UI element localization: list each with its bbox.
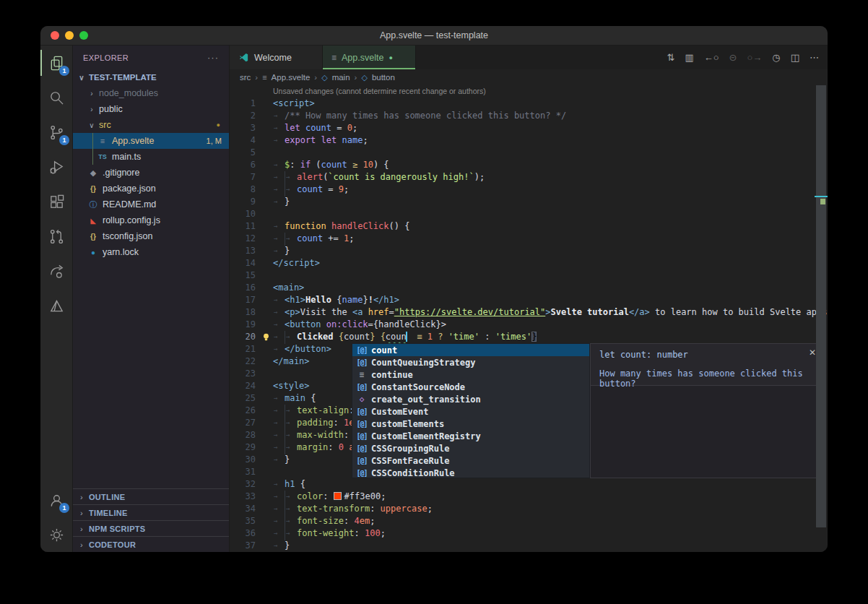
code-line-3[interactable]: 3let count = 0;: [230, 122, 828, 134]
tree-item-public[interactable]: ›public: [73, 101, 229, 117]
activity-extensions-button[interactable]: [40, 184, 72, 219]
line-content: text-transform: uppercase;: [273, 503, 433, 515]
suggestion-cssgroupingrule[interactable]: [@]CSSGroupingRule: [352, 442, 589, 454]
line-number: 2: [230, 110, 256, 122]
split-editor-icon[interactable]: ◫: [791, 52, 799, 63]
suggestion-customelements[interactable]: [@]customElements: [352, 418, 589, 430]
code-line-33[interactable]: 33color: #ff3e00;: [230, 491, 828, 503]
code-line-37[interactable]: 37}: [230, 540, 828, 552]
activity-explorer-button[interactable]: 1: [40, 46, 72, 80]
code-line-11[interactable]: 11function handleClick() {: [230, 220, 828, 233]
code-line-13[interactable]: 13}: [230, 245, 828, 257]
symbol-var-icon: [@]: [352, 469, 371, 477]
editor-scrollbar[interactable]: [815, 85, 828, 552]
section-codetour[interactable]: ›CODETOUR: [73, 536, 229, 552]
tree-item-node-modules[interactable]: ›node_modules: [73, 85, 229, 101]
tree-item-readme-md[interactable]: ⓘREADME.md: [73, 197, 229, 212]
code-line-18[interactable]: 18<p>Visit the <a href="https://svelte.d…: [230, 306, 828, 319]
suggestion-continue[interactable]: ≡continue: [352, 368, 589, 381]
activity-azure-button[interactable]: [40, 288, 72, 323]
code-editor[interactable]: Unsaved changes (cannot determine recent…: [230, 85, 828, 552]
more-actions-icon[interactable]: ⋯: [810, 52, 819, 63]
tree-item-yarn-lock[interactable]: ●yarn.lock: [73, 244, 229, 260]
compare-changes-icon[interactable]: ⇅: [667, 52, 675, 63]
open-preview-icon[interactable]: ▥: [685, 52, 693, 63]
suggestion-customevent[interactable]: [@]CustomEvent: [352, 405, 589, 418]
section-npm-scripts[interactable]: ›NPM SCRIPTS: [73, 520, 229, 536]
modified-dot-icon: ●: [217, 121, 220, 129]
code-line-6[interactable]: 6$: if (count ≥ 10) {: [230, 159, 828, 171]
scrollbar-slider[interactable]: [816, 85, 826, 527]
suggestion-constantsourcenode[interactable]: [@]ConstantSourceNode: [352, 381, 589, 393]
next-change-icon[interactable]: ○→: [747, 52, 763, 63]
line-number: 25: [230, 392, 256, 405]
tree-item-app-svelte[interactable]: ≡App.svelte1, M: [73, 133, 229, 149]
line-content: }: [273, 540, 290, 552]
sidebar-more-actions-button[interactable]: ···: [207, 52, 219, 63]
tree-item-main-ts[interactable]: TSmain.ts: [73, 149, 229, 165]
breadcrumb-app-svelte[interactable]: App.svelte: [272, 73, 311, 82]
suggestion-cssconditionrule[interactable]: [@]CSSConditionRule: [352, 467, 589, 479]
tab-app-svelte[interactable]: ≡ App.svelte ●: [323, 46, 416, 69]
tree-item--gitignore[interactable]: ◆.gitignore: [73, 165, 229, 181]
codelens-unsaved-changes[interactable]: Unsaved changes (cannot determine recent…: [230, 85, 828, 98]
code-line-2[interactable]: 2/** How many times has someone clicked …: [230, 110, 828, 122]
breadcrumb-button[interactable]: button: [372, 73, 395, 82]
color-swatch: [334, 492, 342, 500]
code-line-7[interactable]: 7alert(`count is dangerously high!`);: [230, 171, 828, 184]
lightbulb-icon[interactable]: [261, 332, 271, 342]
section-timeline[interactable]: ›TIMELINE: [73, 504, 229, 520]
file-label: src: [99, 120, 111, 130]
code-line-35[interactable]: 35font-size: 4em;: [230, 515, 828, 527]
activity-source-control-button[interactable]: 1: [40, 115, 72, 150]
code-line-10[interactable]: 10: [230, 208, 828, 220]
file-label: main.ts: [112, 152, 141, 162]
code-line-15[interactable]: 15: [230, 269, 828, 282]
code-line-1[interactable]: 1<script>: [230, 98, 828, 110]
code-line-19[interactable]: 19<button on:click={handleClick}>: [230, 319, 828, 331]
open-timeline-icon[interactable]: ◷: [772, 52, 780, 63]
accounts-badge: 1: [59, 503, 69, 513]
suggestion-count[interactable]: [@]count: [352, 344, 589, 356]
section-label: NPM SCRIPTS: [89, 525, 145, 533]
code-line-9[interactable]: 9}: [230, 196, 828, 208]
code-line-12[interactable]: 12count += 1;: [230, 233, 828, 245]
tree-item-rollup-config-js[interactable]: ◣rollup.config.js: [73, 212, 229, 228]
code-line-14[interactable]: 14</script>: [230, 257, 828, 269]
code-line-5[interactable]: 5: [230, 147, 828, 159]
activity-github-pr-button[interactable]: [40, 219, 72, 254]
tab-welcome[interactable]: Welcome: [230, 46, 323, 69]
suggestion-cssfontfacerule[interactable]: [@]CSSFontFaceRule: [352, 454, 589, 467]
suggestion-create_out_transition[interactable]: ◇create_out_transition: [352, 393, 589, 405]
code-line-17[interactable]: 17<h1>Hello {name}!</h1>: [230, 294, 828, 306]
code-line-34[interactable]: 34text-transform: uppercase;: [230, 503, 828, 515]
code-line-16[interactable]: 16<main>: [230, 282, 828, 294]
code-line-20[interactable]: 20Clicked {count} {coun ≡ 1 ? 'time' : '…: [230, 331, 828, 343]
tree-root-folder[interactable]: ∨ TEST-TEMPLATE: [73, 69, 229, 85]
activity-live-share-button[interactable]: [40, 254, 72, 288]
line-number: 14: [230, 257, 256, 269]
breadcrumb-src[interactable]: src: [240, 73, 251, 82]
file-label: package.json: [103, 184, 156, 194]
code-line-8[interactable]: 8count = 9;: [230, 184, 828, 196]
activity-search-button[interactable]: [40, 80, 72, 115]
code-line-32[interactable]: 32h1 {: [230, 478, 828, 491]
suggestion-countqueuingstrategy[interactable]: [@]CountQueuingStrategy: [352, 356, 589, 368]
current-change-icon[interactable]: ⊝: [729, 52, 737, 63]
accounts-button[interactable]: 1: [40, 483, 72, 517]
activity-run-debug-button[interactable]: [40, 150, 72, 184]
tree-item-tsconfig-json[interactable]: {}tsconfig.json: [73, 228, 229, 244]
section-outline[interactable]: ›OUTLINE: [73, 488, 229, 504]
settings-button[interactable]: [40, 517, 72, 552]
section-label: OUTLINE: [89, 493, 125, 501]
suggestion-customelementregistry[interactable]: [@]CustomElementRegistry: [352, 430, 589, 442]
section-label: CODETOUR: [89, 540, 136, 549]
tree-item-package-json[interactable]: {}package.json: [73, 181, 229, 197]
code-line-36[interactable]: 36font-weight: 100;: [230, 527, 828, 540]
section-label: TIMELINE: [89, 509, 128, 517]
previous-change-icon[interactable]: ←○: [704, 52, 719, 63]
tree-item-src[interactable]: ∨src●: [73, 117, 229, 133]
breadcrumb-main[interactable]: main: [332, 73, 350, 82]
line-number: 26: [230, 405, 256, 417]
code-line-4[interactable]: 4export let name;: [230, 134, 828, 147]
